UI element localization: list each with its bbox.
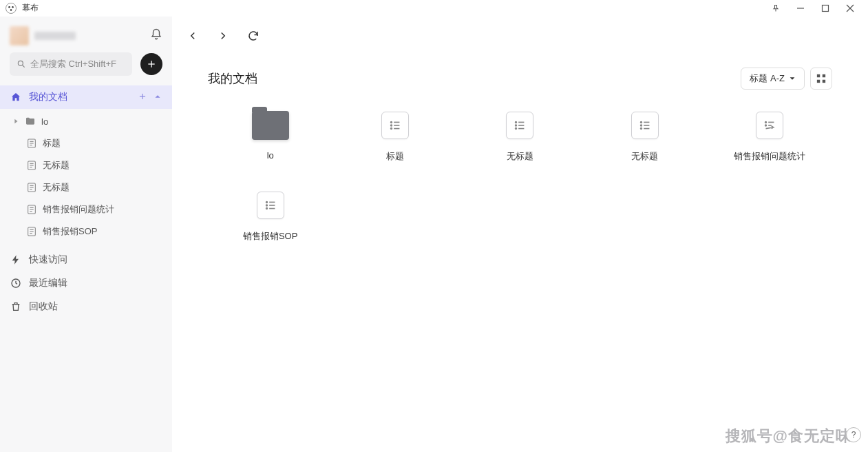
doc-icon [26, 138, 37, 149]
svg-point-38 [391, 122, 392, 123]
notifications-icon[interactable] [150, 28, 162, 43]
svg-line-8 [23, 65, 25, 68]
svg-point-50 [640, 122, 642, 123]
tree-item-doc[interactable]: 无标题 [0, 176, 172, 198]
tree-item-doc[interactable]: 无标题 [0, 154, 172, 176]
search-input[interactable]: 全局搜索 Ctrl+Shift+F [10, 52, 132, 76]
chevron-right-icon [12, 118, 19, 125]
pin-button[interactable] [763, 0, 788, 17]
svg-point-60 [266, 202, 267, 203]
svg-point-7 [18, 61, 23, 65]
doc-icon [26, 182, 37, 193]
nav-my-documents[interactable]: 我的文档 [0, 85, 172, 109]
minimize-button[interactable] [788, 0, 813, 17]
tree-item-doc[interactable]: 销售报销问题统计 [0, 198, 172, 220]
user-row[interactable] [0, 22, 172, 52]
back-button[interactable] [184, 28, 201, 44]
chevron-down-icon [789, 75, 796, 82]
svg-point-1 [12, 6, 14, 8]
close-button[interactable] [838, 0, 862, 17]
list-doc-icon [631, 112, 659, 139]
forward-button[interactable] [215, 28, 231, 44]
svg-point-0 [8, 6, 10, 8]
app-title: 幕布 [22, 2, 39, 14]
trash-icon [10, 301, 22, 312]
list-doc-icon [506, 112, 533, 139]
doc-icon [26, 160, 37, 171]
doc-icon [26, 204, 37, 215]
refresh-button[interactable] [245, 28, 262, 44]
svg-point-56 [765, 122, 767, 123]
search-icon [17, 59, 26, 69]
svg-point-40 [391, 125, 392, 126]
svg-rect-36 [817, 80, 820, 83]
svg-point-62 [266, 205, 267, 206]
grid-item-doc[interactable]: 无标题 [458, 110, 582, 163]
svg-point-64 [266, 208, 267, 209]
add-child-icon[interactable] [138, 92, 147, 103]
title-bar: 幕布 [0, 0, 868, 17]
help-button[interactable]: ? [846, 427, 861, 442]
svg-rect-35 [823, 74, 825, 77]
list-doc-share-icon [756, 112, 783, 139]
app-icon [6, 3, 17, 14]
svg-rect-37 [823, 80, 825, 83]
grid-item-folder[interactable]: lo [208, 110, 332, 163]
grid-item-doc[interactable]: 销售报销SOP [208, 190, 332, 243]
grid-item-doc[interactable]: 标题 [332, 110, 457, 163]
collapse-icon[interactable] [153, 92, 162, 103]
search-placeholder: 全局搜索 Ctrl+Shift+F [30, 58, 116, 70]
svg-rect-34 [817, 74, 820, 77]
nav-quick-access[interactable]: 快速访问 [0, 248, 172, 271]
folder-icon [252, 111, 289, 140]
svg-point-42 [391, 128, 392, 130]
svg-point-58 [765, 125, 767, 126]
main-panel: 我的文档 标题 A-Z lo 标题 [172, 17, 868, 452]
view-toggle-button[interactable] [810, 68, 832, 90]
svg-point-44 [516, 122, 517, 123]
svg-rect-4 [823, 5, 829, 11]
clock-icon [10, 278, 22, 289]
username-placeholder [34, 32, 76, 40]
svg-point-54 [640, 128, 642, 130]
nav-recent[interactable]: 最近编辑 [0, 271, 172, 295]
svg-point-52 [640, 125, 642, 126]
toolbar [172, 17, 868, 55]
home-icon [10, 92, 22, 103]
grid-item-doc[interactable]: 销售报销问题统计 [708, 110, 832, 163]
document-tree: lo 标题 无标题 无标题 销售报销问题统计 销售报销SOP [0, 109, 172, 244]
tree-item-doc[interactable]: 销售报销SOP [0, 220, 172, 243]
tree-item-folder[interactable]: lo [0, 110, 172, 132]
svg-point-48 [516, 128, 517, 130]
new-document-button[interactable] [140, 53, 162, 75]
lightning-icon [10, 254, 22, 265]
folder-icon [25, 116, 36, 127]
maximize-button[interactable] [813, 0, 838, 17]
list-doc-icon [381, 112, 409, 139]
tree-item-doc[interactable]: 标题 [0, 132, 172, 154]
svg-point-2 [10, 9, 12, 11]
grid-item-doc[interactable]: 无标题 [582, 110, 707, 163]
sidebar: 全局搜索 Ctrl+Shift+F 我的文档 lo [0, 17, 172, 452]
document-grid: lo 标题 无标题 无标题 销售报销问题统计 [208, 110, 832, 243]
nav-trash[interactable]: 回收站 [0, 295, 172, 318]
doc-icon [26, 226, 37, 237]
avatar [10, 26, 29, 45]
list-doc-icon [257, 192, 284, 219]
sort-dropdown[interactable]: 标题 A-Z [741, 68, 805, 90]
page-title: 我的文档 [208, 70, 257, 87]
svg-point-46 [516, 125, 517, 126]
